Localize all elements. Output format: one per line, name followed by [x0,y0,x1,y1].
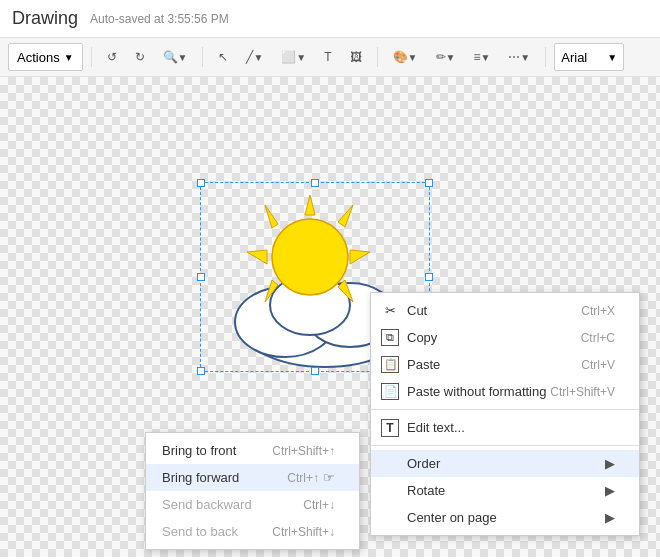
ctx-separator-2 [371,445,639,446]
undo-icon: ↺ [107,50,117,64]
svg-marker-6 [338,205,353,227]
paste-no-format-icon: 📄 [381,383,399,400]
ctx-paste-no-format-shortcut: Ctrl+Shift+V [550,385,615,399]
svg-marker-7 [350,250,370,264]
ctx-edit-text-label: Edit text... [407,420,465,435]
copy-icon: ⧉ [381,329,399,346]
context-menu: ✂ Cut Ctrl+X ⧉ Copy Ctrl+C 📋 Paste Ctrl+… [370,292,640,536]
image-icon: 🖼 [350,50,362,64]
line-color-button[interactable]: ✏ ▼ [429,43,463,71]
redo-icon: ↻ [135,50,145,64]
svg-marker-10 [247,250,267,264]
ctx-order[interactable]: Order ▶ [371,450,639,477]
sub-bring-forward-shortcut: Ctrl+↑ [287,471,319,485]
ctx-center-on-page[interactable]: Center on page ▶ [371,504,639,531]
ctx-center-on-page-label: Center on page [407,510,497,525]
line-weight-icon: ≡ [473,50,480,64]
cut-icon: ✂ [381,303,399,318]
line-icon: ╱ [246,50,253,64]
sub-bring-to-front[interactable]: Bring to front Ctrl+Shift+↑ [146,437,359,464]
ctx-separator-1 [371,409,639,410]
toolbar-separator-2 [202,47,203,67]
svg-point-4 [272,219,348,295]
ctx-copy-label: Copy [407,330,437,345]
ctx-paste-shortcut: Ctrl+V [581,358,615,372]
font-dropdown-icon: ▼ [607,52,617,63]
ctx-rotate-label: Rotate [407,483,445,498]
line-dash-button[interactable]: ⋯ ▼ [501,43,537,71]
font-label: Arial [561,50,587,65]
svg-marker-11 [265,205,278,228]
redo-button[interactable]: ↻ [128,43,152,71]
app-title: Drawing [12,8,78,29]
zoom-button[interactable]: 🔍 ▼ [156,43,195,71]
toolbar-separator-4 [545,47,546,67]
sub-bring-to-front-shortcut: Ctrl+Shift+↑ [272,444,335,458]
sub-send-backward-label: Send backward [162,497,252,512]
shape-tool-button[interactable]: ⬜ ▼ [274,43,313,71]
ctx-edit-text[interactable]: T Edit text... [371,414,639,441]
line-weight-button[interactable]: ≡ ▼ [466,43,497,71]
zoom-icon: 🔍 [163,50,178,64]
ctx-copy[interactable]: ⧉ Copy Ctrl+C [371,324,639,351]
edit-text-icon: T [381,419,399,437]
ctx-paste-no-format-label: Paste without formatting [407,384,546,399]
sub-bring-forward[interactable]: Bring forward Ctrl+↑ ☞ [146,464,359,491]
svg-marker-5 [305,195,315,215]
select-tool-button[interactable]: ↖ [211,43,235,71]
sub-send-to-back-label: Send to back [162,524,238,539]
paste-icon: 📋 [381,356,399,373]
ctx-paste-label: Paste [407,357,440,372]
ctx-order-arrow: ▶ [605,456,615,471]
ctx-cut[interactable]: ✂ Cut Ctrl+X [371,297,639,324]
line-dropdown-icon: ▼ [253,52,263,63]
sub-send-backward-shortcut: Ctrl+↓ [303,498,335,512]
text-tool-button[interactable]: T [317,43,338,71]
font-selector[interactable]: Arial ▼ [554,43,624,71]
autosave-text: Auto-saved at 3:55:56 PM [90,12,229,26]
line-color-dropdown-icon: ▼ [446,52,456,63]
ctx-rotate[interactable]: Rotate ▶ [371,477,639,504]
sub-send-to-back-shortcut: Ctrl+Shift+↓ [272,525,335,539]
sub-bring-forward-label: Bring forward [162,470,239,485]
sub-send-to-back: Send to back Ctrl+Shift+↓ [146,518,359,545]
sub-bring-to-front-label: Bring to front [162,443,236,458]
submenu-order: Bring to front Ctrl+Shift+↑ Bring forwar… [145,432,360,550]
toolbar-separator-1 [91,47,92,67]
actions-menu-button[interactable]: Actions ▼ [8,43,83,71]
actions-dropdown-icon: ▼ [64,52,74,63]
ctx-rotate-arrow: ▶ [605,483,615,498]
cursor-hand-icon: ☞ [323,470,335,485]
line-tool-button[interactable]: ╱ ▼ [239,43,270,71]
canvas-area[interactable]: ✂ Cut Ctrl+X ⧉ Copy Ctrl+C 📋 Paste Ctrl+… [0,77,660,557]
ctx-paste-no-format[interactable]: 📄 Paste without formatting Ctrl+Shift+V [371,378,639,405]
line-color-icon: ✏ [436,50,446,64]
line-dash-icon: ⋯ [508,50,520,64]
shape-dropdown-icon: ▼ [296,52,306,63]
line-weight-dropdown-icon: ▼ [480,52,490,63]
image-tool-button[interactable]: 🖼 [343,43,369,71]
ctx-center-on-page-arrow: ▶ [605,510,615,525]
select-icon: ↖ [218,50,228,64]
fill-dropdown-icon: ▼ [408,52,418,63]
title-bar: Drawing Auto-saved at 3:55:56 PM [0,0,660,37]
ctx-copy-shortcut: Ctrl+C [581,331,615,345]
fill-color-icon: 🎨 [393,50,408,64]
fill-color-button[interactable]: 🎨 ▼ [386,43,425,71]
ctx-paste[interactable]: 📋 Paste Ctrl+V [371,351,639,378]
ctx-cut-shortcut: Ctrl+X [581,304,615,318]
actions-label: Actions [17,50,60,65]
text-icon: T [324,50,331,64]
ctx-cut-label: Cut [407,303,427,318]
toolbar: Actions ▼ ↺ ↻ 🔍 ▼ ↖ ╱ ▼ ⬜ ▼ T 🖼 🎨 ▼ ✏ ▼ … [0,37,660,77]
zoom-dropdown-icon: ▼ [178,52,188,63]
shape-icon: ⬜ [281,50,296,64]
undo-button[interactable]: ↺ [100,43,124,71]
ctx-order-label: Order [407,456,440,471]
line-dash-dropdown-icon: ▼ [520,52,530,63]
toolbar-separator-3 [377,47,378,67]
sub-send-backward: Send backward Ctrl+↓ [146,491,359,518]
